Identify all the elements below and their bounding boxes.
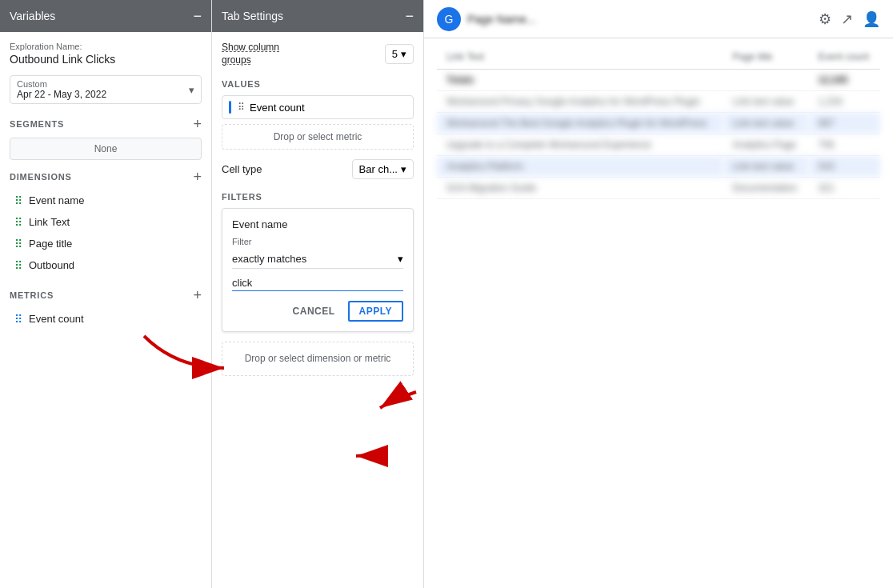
filter-actions: CANCEL APPLY xyxy=(232,301,403,322)
table-row: Upgrade to a Complete Workaround Experie… xyxy=(437,134,880,156)
row-page-title: Link text value xyxy=(723,156,809,178)
table-row: Workaround Privacy Google Analytics for … xyxy=(437,91,880,113)
variables-panel-header: Variables − xyxy=(0,0,211,32)
dimensions-section-header: DIMENSIONS + xyxy=(10,170,202,184)
variables-panel: Variables − Exploration Name: Outbound L… xyxy=(0,0,212,588)
filter-popup: Event name Filter exactly matches ▾ CANC… xyxy=(222,208,414,332)
row-count: 321 xyxy=(809,178,880,199)
cell-type-selector[interactable]: Bar ch... ▾ xyxy=(352,159,414,179)
metrics-add-button[interactable]: + xyxy=(193,288,202,302)
metric-item-event-count[interactable]: ⠿ Event count xyxy=(10,309,202,329)
dimension-item-link-text[interactable]: ⠿ Link Text xyxy=(10,212,202,232)
variables-content: Exploration Name: Outbound Link Clicks C… xyxy=(0,32,211,588)
segments-title: SEGMENTS xyxy=(10,119,64,129)
column-count-value: 5 xyxy=(392,48,398,60)
apply-button[interactable]: APPLY xyxy=(348,301,403,322)
table-row: Workaround The Best Google Analytics Plu… xyxy=(437,113,880,134)
values-title: VALUES xyxy=(222,79,414,89)
filter-popup-title: Event name xyxy=(232,218,403,230)
table-row: Analytics Platform Link text value 543 xyxy=(437,156,880,178)
metrics-title: METRICS xyxy=(10,290,54,300)
main-header: G Page Name... ⚙ ↗ 👤 xyxy=(424,0,893,38)
dimension-label-event-name: Event name xyxy=(29,194,84,206)
date-value: Apr 22 - May 3, 2022 xyxy=(17,89,106,100)
filter-match-value: exactly matches xyxy=(232,253,306,265)
segment-none: None xyxy=(10,138,202,160)
filter-match-chevron-icon: ▾ xyxy=(398,253,403,265)
drop-metric-box[interactable]: Drop or select metric xyxy=(222,124,414,150)
value-chip-drag-icon: ⠿ xyxy=(238,102,245,113)
cell-type-chevron-icon: ▾ xyxy=(401,163,406,175)
row-link-text: GA4 Migration Guide xyxy=(437,178,723,199)
dimension-grid-icon-page-title: ⠿ xyxy=(13,238,24,250)
row-count: 543 xyxy=(809,156,880,178)
metric-label-event-count: Event count xyxy=(29,313,84,325)
tab-settings-panel-header: Tab Settings − xyxy=(212,0,423,32)
filter-value-input[interactable] xyxy=(232,275,403,291)
row-count: 987 xyxy=(809,113,880,134)
variables-title: Variables xyxy=(10,10,55,22)
show-column-groups-row: Show column groups 5 ▾ xyxy=(222,42,414,66)
date-label: Custom xyxy=(17,79,106,89)
filter-label: Filter xyxy=(232,237,403,246)
more-options-icon[interactable]: ⚙ xyxy=(819,10,831,28)
column-count-chevron-icon: ▾ xyxy=(401,48,406,60)
share-icon[interactable]: ↗ xyxy=(841,10,853,28)
cell-type-row: Cell type Bar ch... ▾ xyxy=(222,159,414,179)
dimensions-add-button[interactable]: + xyxy=(193,170,202,184)
metrics-section-header: METRICS + xyxy=(10,288,202,302)
tab-settings-panel: Tab Settings − Show column groups 5 ▾ VA… xyxy=(212,0,424,588)
totals-row: Totals 12,345 xyxy=(437,70,880,91)
row-count: 756 xyxy=(809,134,880,156)
filters-title: FILTERS xyxy=(222,192,414,202)
column-count-selector[interactable]: 5 ▾ xyxy=(385,44,414,64)
row-count: 1,234 xyxy=(809,91,880,113)
dimension-grid-icon-event-name: ⠿ xyxy=(13,195,24,206)
row-link-text: Upgrade to a Complete Workaround Experie… xyxy=(437,134,723,156)
col-header-page-title: Page title xyxy=(723,45,809,70)
table-row: GA4 Migration Guide Documentation 321 xyxy=(437,178,880,199)
filter-match-selector[interactable]: exactly matches ▾ xyxy=(232,250,403,269)
show-column-groups-label: Show column groups xyxy=(222,42,302,66)
dimensions-title: DIMENSIONS xyxy=(10,172,72,182)
tab-settings-content: Show column groups 5 ▾ VALUES ⠿ Event co… xyxy=(212,32,423,588)
tab-settings-title: Tab Settings xyxy=(222,10,283,22)
cancel-button[interactable]: CANCEL xyxy=(286,301,342,322)
dimension-grid-icon-outbound: ⠿ xyxy=(13,260,24,271)
segments-section-header: SEGMENTS + xyxy=(10,117,202,131)
tab-settings-minimize-button[interactable]: − xyxy=(405,8,414,25)
totals-label: Totals xyxy=(437,70,809,91)
header-title: Page Name... xyxy=(467,13,812,26)
avatar: G xyxy=(437,7,461,31)
event-count-chip[interactable]: ⠿ Event count xyxy=(222,95,414,119)
drop-dimension-box[interactable]: Drop or select dimension or metric xyxy=(222,342,414,376)
date-chevron-icon: ▾ xyxy=(189,84,194,96)
row-page-title: Link text value xyxy=(723,91,809,113)
row-page-title: Documentation xyxy=(723,178,809,199)
dimension-item-event-name[interactable]: ⠿ Event name xyxy=(10,190,202,210)
totals-value: 12,345 xyxy=(809,70,880,91)
value-chip-indicator xyxy=(229,101,231,114)
row-page-title: Link text value xyxy=(723,113,809,134)
date-selector[interactable]: Custom Apr 22 - May 3, 2022 ▾ xyxy=(10,75,202,104)
segments-add-button[interactable]: + xyxy=(193,117,202,131)
drop-metric-label: Drop or select metric xyxy=(274,131,362,142)
row-page-title: Analytics Page xyxy=(723,134,809,156)
cell-type-label: Cell type xyxy=(222,163,262,175)
dimension-label-outbound: Outbound xyxy=(29,259,74,271)
exploration-name-value: Outbound Link Clicks xyxy=(10,53,202,66)
data-table-area: Link Text Page title Event count Totals … xyxy=(424,38,893,588)
row-link-text: Workaround The Best Google Analytics Plu… xyxy=(437,113,723,134)
user-icon[interactable]: 👤 xyxy=(863,10,880,28)
cell-type-value: Bar ch... xyxy=(359,163,398,175)
dimension-item-outbound[interactable]: ⠿ Outbound xyxy=(10,255,202,275)
col-header-link-text: Link Text xyxy=(437,45,723,70)
row-link-text: Analytics Platform xyxy=(437,156,723,178)
dimension-grid-icon-link-text: ⠿ xyxy=(13,217,24,228)
col-header-count: Event count xyxy=(809,45,880,70)
dimension-label-page-title: Page title xyxy=(29,238,72,250)
data-table: Link Text Page title Event count Totals … xyxy=(437,45,880,199)
variables-minimize-button[interactable]: − xyxy=(193,8,202,25)
dimension-item-page-title[interactable]: ⠿ Page title xyxy=(10,234,202,254)
header-icons: ⚙ ↗ 👤 xyxy=(819,10,880,28)
